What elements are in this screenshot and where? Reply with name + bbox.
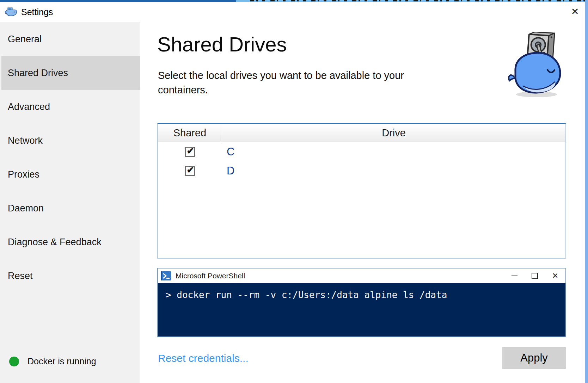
powershell-close-button[interactable]: ✕ [545,268,565,283]
powershell-example-window: Microsoft PowerShell ✕ > docker run --rm… [157,268,566,337]
sidebar-item-diagnose-feedback[interactable]: Diagnose & Feedback [0,225,140,259]
column-header-shared: Shared [158,124,222,142]
window-title: Settings [21,7,53,17]
table-header: Shared Drive [158,124,565,142]
table-row: ✔ C [158,143,565,161]
docker-status: Docker is running [9,356,96,366]
powershell-title: Microsoft PowerShell [176,272,504,280]
table-row: ✔ D [158,162,565,180]
page-description: Select the local drives you want to be a… [158,68,408,97]
shared-drives-table: Shared Drive ✔ C ✔ D [157,123,566,259]
powershell-window-controls: ✕ [504,268,565,283]
background-sliver-light [236,0,588,2]
powershell-minimize-button[interactable] [504,268,525,283]
window-close-button[interactable]: ✕ [567,4,583,20]
checkmark-icon: ✔ [187,146,194,156]
settings-sidebar: General Shared Drives Advanced Network P… [0,22,140,383]
sidebar-item-network[interactable]: Network [0,124,140,157]
background-sliver-dark [0,0,236,2]
drive-c-checkbox[interactable]: ✔ [185,147,195,157]
reset-credentials-link[interactable]: Reset credentials... [158,352,249,364]
docker-whale-icon [5,7,18,17]
shared-drives-page: Shared Drives Select the local drives yo… [157,22,566,383]
drive-letter: D [222,165,565,177]
background-window-sliver [0,0,588,2]
powershell-maximize-button[interactable] [525,268,545,283]
drive-letter: C [222,146,565,158]
terminal-command: > docker run --rm -v c:/Users:/data alpi… [166,290,447,300]
sidebar-item-reset[interactable]: Reset [0,259,140,293]
titlebar: Settings [0,2,585,22]
column-header-drive: Drive [222,124,565,142]
powershell-terminal: > docker run --rm -v c:/Users:/data alpi… [158,283,565,336]
apply-button[interactable]: Apply [502,347,566,369]
checkmark-icon: ✔ [187,165,194,175]
powershell-titlebar: Microsoft PowerShell ✕ [158,268,565,283]
sidebar-item-proxies[interactable]: Proxies [0,157,140,191]
sidebar-item-general[interactable]: General [0,22,140,56]
powershell-icon [161,271,171,280]
minimize-icon [512,276,517,276]
docker-whale-harddrive-illustration [505,32,565,99]
status-dot-icon [9,357,19,366]
status-text: Docker is running [27,356,96,366]
sidebar-item-shared-drives[interactable]: Shared Drives [1,56,140,90]
close-icon: ✕ [552,271,558,280]
drive-d-checkbox[interactable]: ✔ [185,166,195,176]
page-title: Shared Drives [157,32,287,56]
sidebar-item-advanced[interactable]: Advanced [0,90,140,124]
maximize-icon [532,273,538,279]
sidebar-item-daemon[interactable]: Daemon [0,191,140,225]
background-edge-sliver [585,0,588,383]
